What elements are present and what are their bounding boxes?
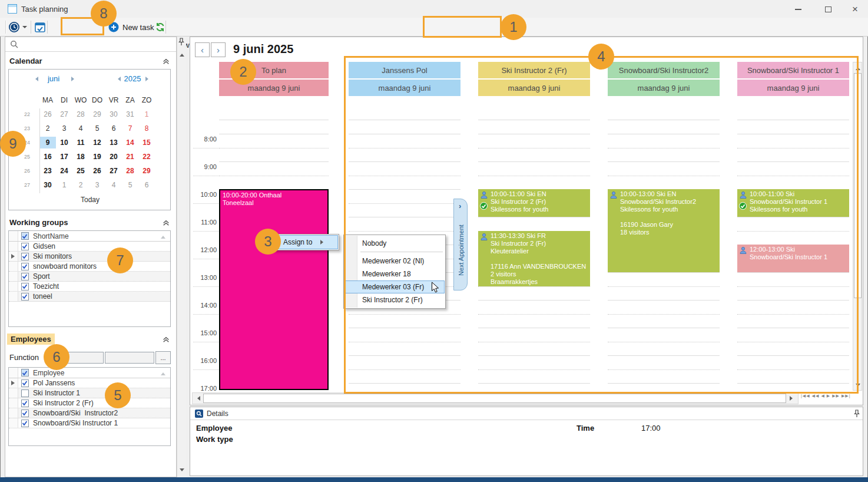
collapse-employees-icon[interactable]: [163, 336, 170, 343]
calendar-day-cell[interactable]: 10: [56, 137, 72, 148]
previous-day-button[interactable]: ‹: [195, 42, 210, 57]
working-group-checkbox[interactable]: [18, 253, 31, 260]
calendar-day-cell[interactable]: 16: [39, 151, 56, 163]
calendar-day-cell[interactable]: 7: [122, 123, 138, 134]
working-group-row[interactable]: Sport: [9, 272, 170, 282]
scroll-right-button[interactable]: [788, 394, 797, 403]
calendar-day-cell[interactable]: 15: [138, 137, 155, 148]
minimize-button[interactable]: [789, 4, 807, 15]
prev-month-icon[interactable]: [33, 77, 38, 81]
time-view-dropdown[interactable]: [22, 20, 27, 34]
working-group-row[interactable]: toneel: [9, 292, 170, 302]
sidebar-scroll-up-button[interactable]: [177, 49, 186, 58]
calendar-day-cell[interactable]: 29: [89, 108, 105, 120]
employee-row[interactable]: Pol Janssens: [9, 378, 170, 388]
calendar-day-cell[interactable]: 9: [39, 137, 56, 148]
calendar-day-cell[interactable]: 6: [138, 179, 155, 191]
working-group-row[interactable]: Toezicht: [9, 282, 170, 292]
calendar-day-cell[interactable]: 3: [89, 179, 105, 191]
calendar-day-cell[interactable]: 18: [72, 151, 89, 163]
sidebar-search-input[interactable]: [5, 37, 176, 52]
working-groups-header-row[interactable]: ShortName: [9, 231, 170, 242]
year-selector[interactable]: 2025: [122, 74, 143, 83]
nav-first-button[interactable]: |◀◀: [801, 394, 810, 398]
time-view-button[interactable]: [8, 20, 20, 34]
calendar-day-cell[interactable]: 5: [122, 179, 138, 191]
employees-header-row[interactable]: Employee: [9, 368, 170, 378]
scroll-left-button[interactable]: [193, 394, 202, 403]
nav-back-button[interactable]: ◀: [821, 394, 824, 398]
employee-checkbox[interactable]: [18, 410, 31, 417]
employee-checkbox[interactable]: [18, 379, 31, 387]
calendar-day-cell[interactable]: 1: [56, 179, 72, 191]
working-group-checkbox[interactable]: [18, 243, 31, 250]
employee-checkbox[interactable]: [18, 420, 31, 427]
planning-calendar-button[interactable]: [34, 20, 46, 34]
maximize-button[interactable]: [819, 4, 837, 15]
calendar-day-cell[interactable]: 17: [56, 151, 72, 163]
calendar-day-cell[interactable]: 25: [72, 165, 89, 177]
calendar-day-cell[interactable]: 13: [105, 137, 122, 148]
calendar-day-cell[interactable]: 11: [72, 137, 89, 148]
calendar-day-cell[interactable]: 23: [39, 165, 56, 177]
prev-year-icon[interactable]: [115, 77, 121, 81]
next-year-icon[interactable]: [145, 77, 151, 81]
calendar-day-cell[interactable]: 29: [138, 165, 155, 177]
assign-to-menu-item[interactable]: Assign to: [274, 235, 338, 249]
working-group-row[interactable]: snowboard monitors: [9, 262, 170, 272]
refresh-button[interactable]: [155, 20, 165, 34]
function-filter-input-2[interactable]: [105, 352, 154, 364]
working-group-checkbox[interactable]: [18, 293, 31, 301]
sidebar-scrollbar[interactable]: [177, 37, 186, 477]
function-more-button[interactable]: ...: [155, 351, 171, 364]
month-selector[interactable]: juni: [41, 74, 67, 83]
next-day-button[interactable]: ›: [211, 42, 226, 57]
next-month-icon[interactable]: [71, 77, 77, 81]
nav-forward-button[interactable]: ▶: [827, 394, 830, 398]
pin-icon[interactable]: [178, 38, 185, 46]
calendar-day-cell[interactable]: 4: [105, 179, 122, 191]
calendar-day-cell[interactable]: 28: [72, 108, 89, 120]
calendar-day-cell[interactable]: 1: [138, 108, 155, 120]
nav-fast-forward-button[interactable]: ▶▶: [832, 394, 840, 398]
employee-row[interactable]: Snowboard/Ski Instructor 1: [9, 418, 170, 428]
scrollbar-thumb[interactable]: [203, 394, 786, 403]
select-all-employees-checkbox[interactable]: [18, 369, 31, 377]
calendar-day-cell[interactable]: 3: [56, 123, 72, 134]
calendar-day-cell[interactable]: 5: [89, 123, 105, 134]
working-group-checkbox[interactable]: [18, 283, 31, 290]
calendar-day-cell[interactable]: 6: [105, 123, 122, 134]
employee-checkbox[interactable]: [18, 400, 31, 407]
working-group-row[interactable]: Gidsen: [9, 242, 170, 252]
calendar-day-cell[interactable]: 22: [138, 151, 155, 163]
new-task-button[interactable]: New task: [108, 20, 154, 34]
calendar-day-cell[interactable]: 20: [105, 151, 122, 163]
calendar-day-cell[interactable]: 30: [39, 179, 56, 191]
calendar-day-cell[interactable]: 21: [122, 151, 138, 163]
calendar-day-cell[interactable]: 26: [39, 108, 56, 120]
calendar-day-cell[interactable]: 2: [39, 123, 56, 134]
calendar-day-cell[interactable]: 12: [89, 137, 105, 148]
working-group-checkbox[interactable]: [18, 263, 31, 270]
working-group-row[interactable]: Ski monitors: [9, 252, 170, 262]
select-all-groups-checkbox[interactable]: [18, 232, 31, 240]
calendar-day-cell[interactable]: 28: [122, 165, 138, 177]
calendar-day-cell[interactable]: 14: [122, 137, 138, 148]
calendar-day-cell[interactable]: 8: [138, 123, 155, 134]
today-button[interactable]: Today: [9, 196, 171, 204]
collapse-working-groups-icon[interactable]: [163, 220, 170, 226]
calendar-day-cell[interactable]: 19: [89, 151, 105, 163]
calendar-day-cell[interactable]: 2: [72, 179, 89, 191]
calendar-day-cell[interactable]: 4: [72, 123, 89, 134]
employee-row[interactable]: Snowboard/Ski Instructor2: [9, 408, 170, 418]
close-button[interactable]: ×: [846, 4, 864, 15]
working-group-checkbox[interactable]: [18, 273, 31, 280]
appointment[interactable]: 10:00-20:00 OnthaalToneelzaal: [219, 189, 329, 390]
calendar-day-cell[interactable]: 26: [89, 165, 105, 177]
nav-last-button[interactable]: ▶▶|: [842, 394, 851, 398]
employee-row[interactable]: Ski Instructor 1: [9, 388, 170, 398]
collapse-calendar-icon[interactable]: [163, 58, 170, 65]
calendar-day-cell[interactable]: 27: [56, 108, 72, 120]
employee-checkbox[interactable]: [18, 389, 31, 397]
sidebar-scroll-down-button[interactable]: [177, 467, 186, 476]
